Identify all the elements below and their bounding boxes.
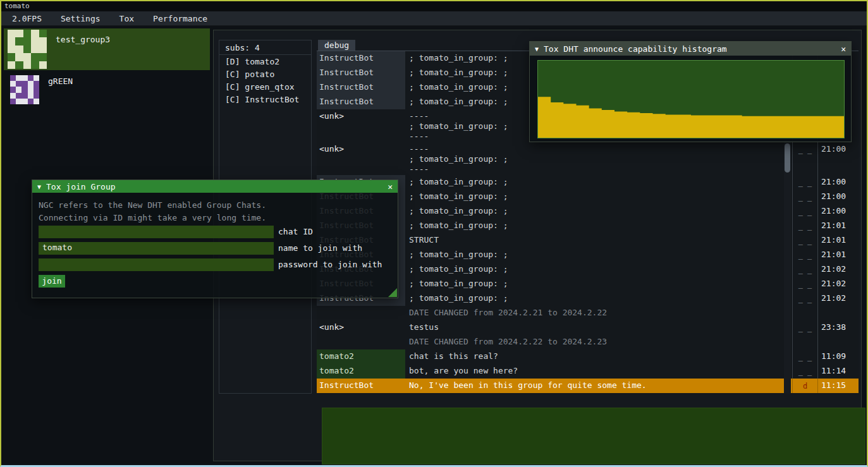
- avatar-pixel: [23, 61, 31, 69]
- collapse-arrow-icon[interactable]: ▼: [535, 45, 539, 52]
- resize-grip-icon[interactable]: [388, 288, 397, 297]
- message-flags: _ _: [792, 175, 817, 190]
- histogram-window-titlebar: ▼ Tox DHT announce capability histogram …: [530, 42, 851, 56]
- subs-item[interactable]: [C] InstructBot: [219, 93, 311, 106]
- message-flags: _ _: [792, 291, 817, 306]
- message-sender: <unk>: [317, 142, 405, 175]
- menu-item-tox[interactable]: Tox: [111, 13, 142, 25]
- chat-input[interactable]: [322, 408, 865, 464]
- message-time: [817, 335, 859, 349]
- chat-message-row[interactable]: <unk>----; tomato_in_group: ;----_ _21:0…: [317, 142, 859, 175]
- avatar-pixel: [28, 81, 34, 87]
- avatar-pixel: [10, 93, 16, 99]
- window-titlebar: tomato: [1, 1, 867, 11]
- input-password-to-join-with[interactable]: [39, 258, 274, 271]
- message-time: [817, 306, 859, 320]
- message-flags: _ _: [792, 349, 817, 364]
- avatar-pixel: [23, 53, 31, 61]
- avatar-pixel: [21, 93, 27, 99]
- chat-message-row[interactable]: tomato2bot, are you new here?_ _11:14: [317, 364, 859, 379]
- group-avatar: [8, 30, 47, 69]
- message-name-cell: [317, 335, 405, 349]
- field-label: chat ID: [278, 226, 313, 238]
- avatar-pixel: [34, 75, 39, 81]
- scrollbar-thumb[interactable]: [785, 143, 790, 173]
- field-label: password to join with: [278, 258, 382, 271]
- tab-debug[interactable]: debug: [318, 40, 355, 51]
- avatar-pixel: [10, 87, 16, 92]
- avatar-pixel: [31, 53, 39, 61]
- message-text: bot, are you new here?: [405, 364, 783, 379]
- group-name: test_group3: [56, 35, 110, 70]
- message-text: ; tomato_in_group: ;: [405, 219, 783, 233]
- message-flags: _ _: [792, 219, 817, 233]
- message-text: ; tomato_in_group: ;: [405, 291, 783, 306]
- message-time: 21:01: [817, 248, 859, 262]
- avatar-pixel: [28, 87, 34, 92]
- join-button[interactable]: join: [39, 275, 65, 288]
- avatar-pixel: [10, 81, 16, 87]
- avatar-pixel: [8, 61, 15, 69]
- chat-message-row[interactable]: <unk>testus_ _23:38: [317, 320, 859, 335]
- app-window: tomato 2.0FPSSettingsToxPerformance test…: [0, 0, 868, 467]
- avatar-pixel: [21, 81, 27, 87]
- close-icon[interactable]: ✕: [841, 44, 846, 54]
- chat-message-row[interactable]: InstructBotNo, I've been in this group f…: [317, 379, 859, 393]
- avatar-pixel: [21, 75, 27, 81]
- chat-message-row[interactable]: tomato2chat is this real?_ _11:09: [317, 349, 859, 364]
- avatar-pixel: [23, 37, 31, 45]
- message-time: 11:14: [817, 364, 859, 379]
- message-flags: _ _: [792, 262, 817, 277]
- close-icon[interactable]: ✕: [388, 182, 393, 191]
- message-text: STRUCT: [405, 233, 783, 248]
- message-flags: [792, 335, 817, 349]
- message-time: 11:15: [817, 379, 859, 393]
- avatar-pixel: [28, 75, 34, 81]
- message-text: ; tomato_in_group: ;: [405, 175, 783, 190]
- message-time: 21:01: [817, 219, 859, 233]
- avatar-pixel: [39, 37, 47, 45]
- collapse-arrow-icon[interactable]: ▼: [37, 183, 41, 190]
- message-sender: InstructBot: [317, 51, 405, 66]
- subs-item[interactable]: [C] green_qtox: [219, 80, 311, 93]
- group-list: test_group3gREEN: [4, 28, 211, 108]
- message-flags: d: [792, 379, 817, 393]
- subs-item[interactable]: [D] tomato2: [219, 55, 311, 68]
- field-label: name to join with: [278, 242, 362, 255]
- avatar-pixel: [16, 99, 21, 104]
- join-field-row: chat ID: [39, 226, 313, 238]
- menu-item-settings[interactable]: Settings: [52, 13, 109, 25]
- message-text: ----; tomato_in_group: ;----: [405, 142, 783, 175]
- join-window-titlebar: ▼ Tox join Group ✕: [32, 180, 398, 193]
- group-item-gREEN[interactable]: gREEN: [4, 71, 210, 107]
- avatar-pixel: [34, 81, 39, 87]
- group-item-test_group3[interactable]: test_group3: [4, 28, 210, 70]
- message-time: 21:00: [817, 175, 859, 190]
- message-time: 21:02: [817, 262, 859, 277]
- message-flags: _ _: [792, 248, 817, 262]
- menu-item-performance[interactable]: Performance: [145, 13, 216, 25]
- message-time: 21:00: [817, 142, 859, 175]
- join-field-row: tomatoname to join with: [39, 242, 362, 255]
- message-text: ; tomato_in_group: ;: [405, 204, 783, 219]
- avatar-pixel: [16, 81, 21, 87]
- message-text: ; tomato_in_group: ;: [405, 190, 783, 204]
- avatar-pixel: [28, 99, 34, 104]
- input-name-to-join-with[interactable]: tomato: [39, 242, 274, 255]
- histogram-window-title: Tox DHT announce capability histogram: [544, 44, 836, 54]
- avatar-pixel: [15, 45, 23, 53]
- avatar-pixel: [16, 75, 21, 81]
- histogram-plot[interactable]: [537, 60, 845, 138]
- avatar-pixel: [10, 99, 16, 104]
- message-time: 11:09: [817, 349, 859, 364]
- message-sender: tomato2: [317, 349, 405, 364]
- input-chat-ID[interactable]: [39, 226, 274, 238]
- histogram-bars: [538, 97, 844, 138]
- message-time: 21:02: [817, 277, 859, 291]
- message-sender: InstructBot: [317, 66, 405, 80]
- avatar-pixel: [34, 93, 39, 99]
- message-flags: _ _: [792, 142, 817, 175]
- message-text: chat is this real?: [405, 349, 783, 364]
- subs-item[interactable]: [C] potato: [219, 68, 311, 80]
- avatar-pixel: [8, 37, 15, 45]
